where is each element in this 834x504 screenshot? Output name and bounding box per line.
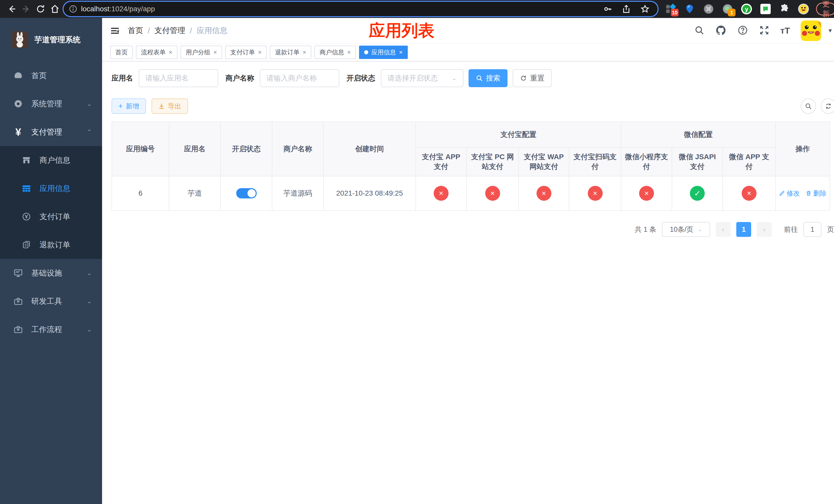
total-count: 共 1 条 <box>635 225 656 234</box>
export-button[interactable]: 导出 <box>152 98 188 114</box>
next-page-button[interactable]: › <box>757 222 772 237</box>
add-button[interactable]: + 新增 <box>112 98 146 114</box>
close-icon[interactable]: × <box>399 49 403 56</box>
sidebar-item-appinfo[interactable]: 应用信息 <box>0 174 102 203</box>
browser-home-icon[interactable] <box>48 2 62 16</box>
edit-button[interactable]: 修改 <box>779 189 800 198</box>
font-size-icon[interactable]: ᴛT <box>781 26 790 36</box>
col-merchant: 商户名称 <box>272 122 323 176</box>
chevron-down-icon: ⌄ <box>87 326 92 333</box>
sidebar-item-infra[interactable]: 基础设施 ⌄ <box>0 259 102 287</box>
toolbox-icon <box>12 296 24 306</box>
close-icon[interactable]: × <box>169 49 172 56</box>
edit-icon <box>779 190 785 197</box>
chevron-down-icon: ⌄ <box>87 100 92 108</box>
refresh-table-button[interactable] <box>821 98 834 114</box>
extension-chat-icon[interactable] <box>760 3 771 15</box>
page-unit-label: 页 <box>827 225 834 234</box>
search-icon[interactable] <box>694 25 704 37</box>
search-icon <box>476 75 483 82</box>
channel-status-icon: × <box>588 186 603 201</box>
extension-avatar-icon[interactable]: 1 <box>722 3 733 15</box>
extension-command-icon[interactable]: ⌘ <box>703 3 715 15</box>
extension-balloon-icon[interactable] <box>684 3 696 15</box>
sidebar-item-refund[interactable]: 退款订单 <box>0 231 102 259</box>
channel-status-icon: × <box>639 186 654 201</box>
breadcrumb-pay[interactable]: 支付管理 <box>154 25 185 36</box>
sidebar-item-home[interactable]: 首页 <box>0 62 102 90</box>
status-label: 开启状态 <box>347 73 375 83</box>
sidebar-item-payorder[interactable]: 支付订单 <box>0 203 102 231</box>
status-select[interactable]: 请选择开启状态 ⌄ <box>381 69 463 87</box>
close-icon[interactable]: × <box>347 49 351 56</box>
breadcrumb-current: 应用信息 <box>197 25 227 36</box>
col-app-id: 应用编号 <box>112 122 169 176</box>
extension-y-icon[interactable]: y <box>741 3 752 15</box>
share-icon[interactable] <box>622 4 631 14</box>
close-icon[interactable]: × <box>213 49 217 56</box>
goto-page-input[interactable] <box>804 222 821 237</box>
app-logo[interactable]: 芋道管理系统 <box>0 18 102 62</box>
page-1-button[interactable]: 1 <box>736 222 751 237</box>
chevron-down-icon: ⌄ <box>87 298 92 305</box>
extension-grid-icon[interactable]: 10 <box>665 3 677 15</box>
browser-reload-icon[interactable] <box>33 2 48 16</box>
extension-puzzle-icon[interactable] <box>778 3 790 15</box>
goto-label: 前往 <box>784 225 798 234</box>
address-bar[interactable]: localhost:1024/pay/app <box>64 2 658 16</box>
browser-update-button[interactable]: 更新 <box>816 3 834 15</box>
close-icon[interactable]: × <box>258 49 262 56</box>
merchant-name-input[interactable] <box>260 69 339 87</box>
fullscreen-icon[interactable] <box>759 25 770 37</box>
channel-status-icon: × <box>742 186 756 201</box>
search-button[interactable]: 搜索 <box>468 69 507 87</box>
status-toggle[interactable] <box>236 188 257 199</box>
sidebar-collapse-icon[interactable] <box>110 26 120 36</box>
plus-icon: + <box>118 102 123 111</box>
channel-status-icon: × <box>485 186 500 201</box>
sidebar-item-devtool[interactable]: 研发工具 ⌄ <box>0 287 102 315</box>
chevron-down-icon: ⌄ <box>452 75 457 82</box>
tab-merchant-info[interactable]: 商户信息× <box>314 46 356 59</box>
browser-forward-icon[interactable] <box>19 2 33 16</box>
toggle-search-button[interactable] <box>801 98 816 114</box>
dashboard-icon <box>12 71 24 81</box>
sidebar-item-pay[interactable]: ¥ 支付管理 ⌃ <box>0 118 102 146</box>
close-icon[interactable]: × <box>303 49 306 56</box>
password-key-icon[interactable] <box>603 4 612 14</box>
tab-user-group[interactable]: 用户分组× <box>180 46 222 59</box>
col-alipay-scan: 支付宝扫码支付 <box>569 147 621 176</box>
github-icon[interactable] <box>715 25 727 37</box>
search-form: 应用名 商户名称 开启状态 请选择开启状态 ⌄ 搜索 <box>112 69 834 87</box>
col-alipay-wap: 支付宝 WAP 网站支付 <box>519 147 569 176</box>
reset-button[interactable]: 重置 <box>513 69 552 87</box>
tab-home[interactable]: 首页 <box>110 46 133 59</box>
browser-back-icon[interactable] <box>5 2 19 16</box>
avatar[interactable] <box>801 21 821 41</box>
sidebar-item-merchant[interactable]: 商户信息 <box>0 146 102 174</box>
prev-page-button[interactable]: ‹ <box>716 222 731 237</box>
col-app-name: 应用名 <box>169 122 221 176</box>
tab-pay-order[interactable]: 支付订单× <box>225 46 267 59</box>
bookmark-star-icon[interactable] <box>640 4 650 14</box>
sidebar-item-system[interactable]: 系统管理 ⌄ <box>0 90 102 118</box>
breadcrumb-home[interactable]: 首页 <box>128 25 143 36</box>
tab-process-form[interactable]: 流程表单× <box>136 46 177 59</box>
breadcrumb: 首页 / 支付管理 / 应用信息 <box>128 25 227 36</box>
page-size-select[interactable]: 10条/页 ⌄ <box>662 222 710 237</box>
delete-button[interactable]: 删除 <box>806 189 827 198</box>
group-alipay-config: 支付宝配置 <box>416 122 621 147</box>
help-icon[interactable] <box>737 25 748 37</box>
tags-view: 首页 流程表单× 用户分组× 支付订单× 退款订单× 商户信息× 应用信息× <box>102 44 834 62</box>
browser-toolbar: localhost:1024/pay/app 10 ⌘ 1 y <box>0 0 834 18</box>
tab-app-info[interactable]: 应用信息× <box>359 46 408 59</box>
group-wechat-config: 微信配置 <box>621 122 775 147</box>
download-icon <box>158 103 165 110</box>
gear-icon <box>12 99 24 109</box>
tab-refund-order[interactable]: 退款订单× <box>270 46 311 59</box>
extension-emoji-icon[interactable] <box>797 3 809 15</box>
app-name-input[interactable] <box>139 69 218 87</box>
caret-down-icon[interactable]: ▼ <box>827 27 833 34</box>
site-info-icon[interactable] <box>69 5 78 13</box>
sidebar-item-workflow[interactable]: 工作流程 ⌄ <box>0 315 102 344</box>
